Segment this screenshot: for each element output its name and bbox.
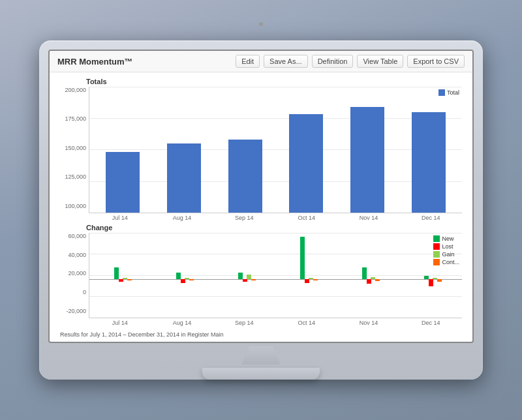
view-table-button[interactable]: View Table [357,55,403,68]
totals-x-label-2: Sep 14 [213,213,275,221]
legend-gain: Gain [433,251,459,258]
change-bar-group-0 [89,233,151,318]
totals-bars [89,87,462,213]
legend-total-swatch [438,89,445,96]
stand-base [202,368,320,380]
change-bar-new-4 [362,267,367,279]
change-bar-group-2 [213,233,275,318]
totals-bar-1 [167,143,201,213]
chart-area: Totals 200,000 175,000 150,000 125,000 1… [50,72,472,329]
legend-lost: Lost [433,243,459,250]
totals-legend: Total [438,89,459,96]
totals-bar-4 [350,107,384,213]
totals-chart-inner: 200,000 175,000 150,000 125,000 100,000 [60,87,462,221]
totals-bar-group-2 [215,87,276,213]
change-bar-new-3 [300,237,305,279]
change-chart-inner: 60,000 40,000 20,000 0 -20,000 [60,233,462,326]
totals-bar-group-1 [153,87,215,213]
y-label-175k: 175,000 [65,115,86,122]
change-y-20k: 20,000 [68,270,86,277]
change-bar-lost-5 [429,279,433,286]
change-y-axis: 60,000 40,000 20,000 0 -20,000 [60,233,89,326]
change-x-label-3: Oct 14 [275,318,337,326]
change-bar-gain-2 [247,275,251,280]
toolbar: MRR Momentum™ Edit Save As... Definition… [50,51,472,72]
change-bar-cont-3 [313,279,318,280]
change-chart-section: Change 60,000 40,000 20,000 0 -20,000 [60,224,462,326]
totals-bar-0 [106,152,140,213]
change-bar-new-0 [114,267,119,279]
edit-button[interactable]: Edit [236,55,260,68]
totals-y-axis: 200,000 175,000 150,000 125,000 100,000 [60,87,89,221]
app-title: MRR Momentum™ [57,57,232,67]
monitor: MRR Momentum™ Edit Save As... Definition… [39,40,483,380]
stand-neck [241,346,281,365]
legend-total: Total [438,89,459,96]
change-bar-gain-5 [433,278,437,280]
change-x-label-5: Dec 14 [400,318,462,326]
totals-x-label-4: Nov 14 [337,213,399,221]
change-bar-lost-2 [243,279,247,282]
change-bar-lost-3 [305,279,309,282]
change-y-40k: 40,000 [68,252,86,258]
legend-lost-swatch [433,243,440,250]
legend-lost-label: Lost [442,243,453,250]
change-x-labels: Jul 14Aug 14Sep 14Oct 14Nov 14Dec 14 [89,318,462,326]
totals-bar-5 [412,112,446,213]
camera-dot [259,22,263,26]
change-bar-lost-4 [367,279,371,284]
change-x-label-1: Aug 14 [151,318,213,326]
legend-new: New [433,235,459,242]
change-bar-lost-1 [181,279,185,282]
change-x-label-4: Nov 14 [337,318,399,326]
change-plot-container: New Lost Gain [89,233,462,326]
change-bar-new-5 [424,276,429,279]
save-as-button[interactable]: Save As... [264,55,308,68]
totals-bar-group-5 [398,87,459,213]
change-bar-group-1 [151,233,213,318]
change-bars-container [89,233,462,318]
definition-button[interactable]: Definition [312,55,354,68]
totals-plot: Total [89,87,462,213]
change-bar-gain-3 [309,278,313,280]
change-bar-gain-1 [185,278,189,280]
change-bar-cont-2 [251,279,256,280]
change-bar-cont-4 [375,279,380,281]
change-bar-new-1 [176,273,181,279]
change-bar-gain-4 [371,277,375,280]
legend-new-label: New [442,235,453,242]
legend-cont: Cont... [433,259,459,265]
totals-x-label-1: Aug 14 [151,213,213,221]
y-label-150k: 150,000 [65,145,86,151]
change-bar-group-3 [276,233,338,318]
totals-bar-2 [228,140,262,213]
y-label-100k: 100,000 [65,203,86,209]
legend-cont-swatch [433,259,440,265]
totals-chart-section: Totals 200,000 175,000 150,000 125,000 1… [60,78,462,221]
totals-plot-container: Total Jul 14Aug 14Sep 14Oct 14Nov 14Dec … [89,87,462,221]
totals-x-labels: Jul 14Aug 14Sep 14Oct 14Nov 14Dec 14 [89,213,462,221]
totals-x-label-0: Jul 14 [89,213,151,221]
y-label-125k: 125,000 [65,173,86,180]
totals-bar-group-3 [275,87,337,213]
legend-new-swatch [433,235,440,242]
change-x-label-0: Jul 14 [89,318,151,326]
totals-chart-title: Totals [86,78,462,85]
change-bar-cont-0 [127,279,132,280]
screen: MRR Momentum™ Edit Save As... Definition… [48,50,474,343]
legend-gain-label: Gain [442,251,454,258]
export-csv-button[interactable]: Export to CSV [407,55,465,68]
change-chart-title: Change [86,224,462,232]
totals-x-label-5: Dec 14 [400,213,462,221]
change-x-label-2: Sep 14 [213,318,275,326]
totals-bar-group-0 [92,87,153,213]
change-bar-gain-0 [123,278,127,280]
change-bar-cont-1 [189,279,194,280]
legend-cont-label: Cont... [442,259,459,265]
monitor-chin [48,343,474,368]
change-y-60k: 60,000 [68,233,86,239]
legend-gain-swatch [433,251,440,258]
change-bar-cont-5 [437,279,442,282]
legend-total-label: Total [447,89,459,96]
change-bar-new-2 [238,273,243,279]
